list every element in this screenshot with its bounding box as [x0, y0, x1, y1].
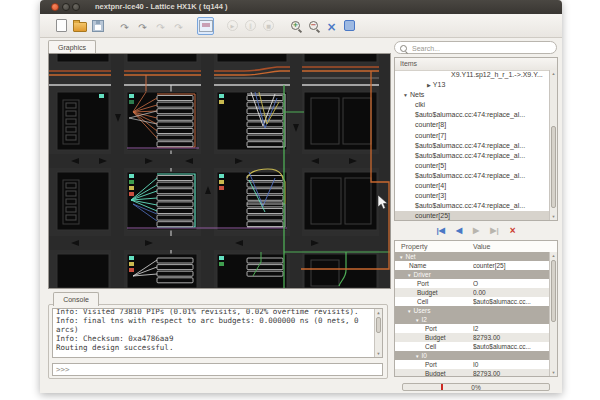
- scroll-down-icon[interactable]: ▼: [550, 369, 557, 376]
- main-window: nextpnr-ice40 - Lattice HX1K ( tq144 ) G…: [40, 0, 562, 393]
- scroll-down-icon[interactable]: ▼: [375, 350, 382, 357]
- items-tree-row[interactable]: $auto$alumacc.cc:474:replace_al...: [395, 201, 549, 211]
- items-tree-row[interactable]: X9.Y11.sp12_h_r_1.->.X9.Y...: [395, 70, 549, 80]
- item-label: Y13: [433, 81, 445, 88]
- maximize-button[interactable]: [72, 3, 80, 11]
- items-tree-row[interactable]: counter[3]: [395, 191, 549, 201]
- items-tree[interactable]: X9.Y11.sp12_h_r_1.->.X9.Y...▶Y13▼Netsclk…: [395, 70, 549, 220]
- property-row[interactable]: Namecounter[25]: [395, 261, 549, 270]
- zoom-out-icon: [309, 21, 318, 30]
- property-name: Budget: [425, 333, 446, 342]
- property-row[interactable]: Budget82793.00: [395, 369, 549, 376]
- open-button[interactable]: [71, 17, 88, 35]
- expand-arrow-icon[interactable]: ▼: [407, 309, 411, 314]
- close-button[interactable]: [51, 3, 59, 11]
- items-scrollbar[interactable]: ▲ ▼: [549, 70, 557, 220]
- scroll-up-icon[interactable]: ▲: [550, 70, 557, 77]
- items-tree-row[interactable]: $auto$alumacc.cc:474:replace_al...: [395, 110, 549, 120]
- property-row[interactable]: Cell$auto$alumacc.cc...: [395, 342, 549, 351]
- prev-item-button[interactable]: ◀: [456, 224, 462, 237]
- fpga-canvas[interactable]: [48, 53, 391, 289]
- zoom-selection-button[interactable]: [323, 17, 340, 35]
- expand-arrow-icon[interactable]: ▼: [407, 273, 411, 278]
- next-item-button[interactable]: ▶: [473, 224, 479, 237]
- property-scrollbar[interactable]: ▲ ▼: [549, 252, 557, 376]
- items-tree-row[interactable]: counter[25]: [395, 211, 549, 220]
- zoom-in-icon: [291, 21, 300, 30]
- console-prompt-input[interactable]: >>>: [52, 363, 383, 376]
- item-label: counter[25]: [415, 212, 450, 219]
- items-tree-row[interactable]: counter[8]: [395, 120, 549, 130]
- property-group-row[interactable]: ▼Net: [395, 252, 549, 261]
- property-row[interactable]: Budget0.00: [395, 288, 549, 297]
- progress-label: 0%: [403, 384, 549, 391]
- items-tree-row[interactable]: counter[7]: [395, 131, 549, 141]
- property-group-row[interactable]: ▼I0: [395, 351, 549, 360]
- last-item-button[interactable]: ▶|: [490, 224, 498, 237]
- screenshot-button[interactable]: [197, 17, 214, 35]
- property-row[interactable]: Cell$auto$alumacc.cc...: [395, 297, 549, 306]
- item-label: Nets: [410, 91, 424, 98]
- scroll-up-icon[interactable]: ▲: [550, 252, 557, 259]
- items-tree-row[interactable]: clki: [395, 100, 549, 110]
- scroll-down-icon[interactable]: ▼: [550, 213, 557, 220]
- console-log-line: Info: final tns with respect to arc budg…: [56, 316, 372, 334]
- items-tree-row[interactable]: ▶Y13: [395, 80, 549, 90]
- items-tree-row[interactable]: counter[5]: [395, 161, 549, 171]
- expand-arrow-icon[interactable]: ▼: [415, 318, 419, 323]
- route-button: [170, 17, 187, 35]
- expand-arrow-icon[interactable]: ▼: [415, 354, 419, 359]
- console-log-line: Info: Visited 73810 PIPs (0.01% revisits…: [56, 308, 372, 316]
- items-tree-row[interactable]: $auto$alumacc.cc:474:replace_al...: [395, 141, 549, 151]
- property-name: Name: [409, 261, 426, 270]
- clear-selection-button[interactable]: ×: [510, 224, 516, 237]
- items-tree-row[interactable]: ▼Nets: [395, 90, 549, 100]
- property-value: 82793.00: [473, 333, 547, 342]
- console-scrollbar[interactable]: ▲ ▼: [374, 309, 382, 357]
- property-group-row[interactable]: ▼I2: [395, 315, 549, 324]
- property-name: Port: [417, 279, 429, 288]
- zoom-outbound-button[interactable]: [341, 17, 358, 35]
- zoom-in-button[interactable]: [287, 17, 304, 35]
- property-row[interactable]: PortI0: [395, 360, 549, 369]
- items-tree-row[interactable]: $auto$alumacc.cc:474:replace_al...: [395, 171, 549, 181]
- assign-budget-button[interactable]: [134, 17, 151, 35]
- minimize-button[interactable]: [62, 3, 70, 11]
- item-label: $auto$alumacc.cc:474:replace_al...: [415, 202, 525, 209]
- property-group-row[interactable]: ▼Driver: [395, 270, 549, 279]
- save-button[interactable]: [89, 17, 106, 35]
- property-row[interactable]: PortI2: [395, 324, 549, 333]
- collapse-arrow-icon[interactable]: ▶: [427, 82, 431, 88]
- item-label: $auto$alumacc.cc:474:replace_al...: [415, 142, 525, 149]
- new-file-button[interactable]: [53, 17, 70, 35]
- stop-icon: [263, 20, 274, 31]
- zoom-selection-icon: [326, 17, 336, 35]
- group-label: I0: [421, 352, 426, 359]
- item-label: $auto$alumacc.cc:474:replace_al...: [415, 172, 525, 179]
- window-title: nextpnr-ice40 - Lattice HX1K ( tq144 ): [95, 0, 228, 14]
- expand-arrow-icon[interactable]: ▼: [403, 92, 408, 98]
- zoom-out-button[interactable]: [305, 17, 322, 35]
- items-tree-row[interactable]: counter[4]: [395, 181, 549, 191]
- property-name: Cell: [417, 297, 428, 306]
- tab-console[interactable]: Console: [53, 292, 99, 306]
- pack-icon: [120, 17, 128, 35]
- search-input[interactable]: [410, 42, 554, 55]
- pause-icon: [245, 20, 256, 31]
- property-table[interactable]: ▼NetNamecounter[25]▼DriverPortOBudget0.0…: [395, 252, 549, 376]
- first-item-button[interactable]: |◀: [437, 224, 445, 237]
- property-row[interactable]: PortO: [395, 279, 549, 288]
- property-row[interactable]: Budget82793.00: [395, 333, 549, 342]
- pack-button[interactable]: [116, 17, 133, 35]
- titlebar[interactable]: nextpnr-ice40 - Lattice HX1K ( tq144 ): [40, 0, 562, 14]
- play-button: [224, 17, 241, 35]
- scroll-up-icon[interactable]: ▲: [375, 309, 382, 316]
- tab-graphics[interactable]: Graphics: [48, 40, 96, 54]
- item-label: counter[4]: [415, 182, 446, 189]
- toolbar: [40, 14, 562, 38]
- console-log[interactable]: Info: Visited 73810 PIPs (0.01% revisits…: [52, 308, 383, 358]
- items-tree-row[interactable]: $auto$alumacc.cc:474:replace_al...: [395, 151, 549, 161]
- property-group-row[interactable]: ▼Users: [395, 306, 549, 315]
- expand-arrow-icon[interactable]: ▼: [399, 255, 403, 260]
- group-label: Net: [405, 253, 415, 260]
